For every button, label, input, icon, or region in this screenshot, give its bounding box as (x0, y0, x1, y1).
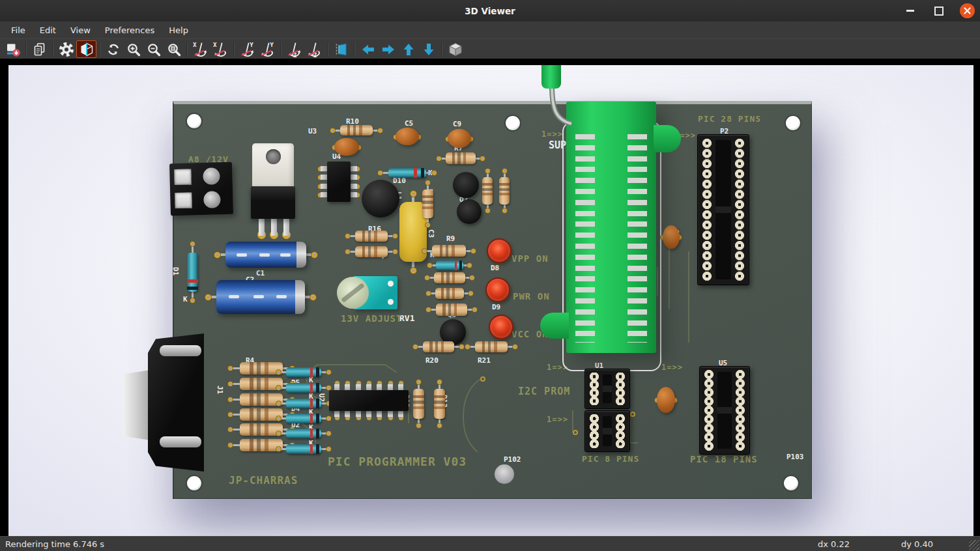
minimize-button[interactable] (902, 3, 918, 19)
band (499, 183, 510, 186)
render-settings-button[interactable] (56, 40, 76, 58)
band (316, 367, 319, 377)
zif-slots-left (575, 134, 595, 343)
diode-body (388, 168, 425, 178)
component-led-37 (489, 315, 513, 339)
component-R12 (413, 382, 424, 426)
band (265, 362, 268, 374)
maximize-button[interactable] (931, 3, 947, 19)
band (452, 272, 455, 283)
component-R10 (332, 125, 381, 135)
viewport-3d[interactable]: U3R10C5C9R7U4D10KP1L1R11C3Q2Q1R18R17R16C… (8, 65, 973, 537)
zif-slots-right (627, 134, 647, 343)
solder-pad (412, 344, 418, 350)
solder-pad (227, 442, 233, 448)
solder-pad (311, 251, 318, 259)
zoom-in-button[interactable] (123, 40, 143, 58)
component-hole-3 (186, 475, 203, 492)
flip-board-button[interactable] (331, 40, 351, 58)
ecap-dash (229, 295, 239, 298)
ecap-dash (276, 295, 287, 298)
component-dio-47 (278, 367, 329, 377)
toolbar-separator (441, 42, 442, 57)
silkscreen-text: D8 (491, 264, 499, 272)
zif-socket (566, 102, 656, 353)
socket-holes (733, 138, 746, 281)
socket-crossbar (603, 386, 612, 392)
zoom-to-fit-button[interactable] (164, 40, 184, 58)
rotate-x-counterclockwise-button[interactable]: X (210, 40, 231, 58)
solder-pad (437, 379, 442, 385)
band (482, 188, 493, 191)
copy-image-button[interactable] (29, 40, 50, 58)
zoom-out-icon (146, 42, 162, 57)
band (422, 195, 433, 198)
resistor-body (434, 272, 465, 283)
rotate-x-clockwise-icon: X (192, 41, 209, 58)
silkscreen-text: VPP ON (512, 254, 549, 263)
move-up-button[interactable] (398, 40, 418, 58)
close-button[interactable] (960, 3, 975, 18)
zif-lever-handle[interactable] (541, 65, 561, 89)
solder-pad (392, 233, 398, 239)
socket-holes (588, 373, 601, 405)
socket-crossbar (717, 407, 732, 414)
band (374, 246, 377, 257)
resize-grip[interactable] (969, 540, 979, 550)
rotate-z-counterclockwise-button[interactable]: Z (304, 40, 324, 58)
rotate-y-counterclockwise-button[interactable]: Y (257, 40, 278, 58)
solder-pad (472, 307, 478, 313)
menu-item-file[interactable]: File (4, 23, 33, 37)
solder-pad (425, 180, 431, 186)
silkscreen-text: I2C PROM (518, 387, 570, 397)
solder-pad (459, 344, 465, 350)
zoom-out-button[interactable] (143, 40, 164, 58)
orthographic-view-button[interactable] (445, 40, 465, 58)
band (257, 439, 261, 451)
render-settings-icon (59, 42, 74, 57)
component-U2 (329, 384, 409, 417)
zif-left-tab (540, 313, 569, 339)
move-right-icon (381, 42, 396, 57)
menu-item-view[interactable]: View (63, 23, 98, 37)
solder-pad (512, 344, 518, 350)
band (434, 401, 445, 403)
rotate-z-counterclockwise-icon: Z (306, 41, 323, 58)
component-U5 (699, 366, 750, 455)
ecap-dash (253, 295, 264, 298)
component-P102 (495, 464, 514, 484)
resistor-body (413, 389, 424, 419)
band (421, 168, 424, 178)
resistor-body (482, 177, 493, 205)
band (316, 383, 319, 393)
menu-item-preferences[interactable]: Preferences (98, 23, 162, 37)
rotate-x-clockwise-button[interactable]: X (190, 40, 210, 58)
solder-pad (227, 397, 233, 403)
component-R20 (415, 341, 462, 352)
svg-text:X: X (213, 41, 217, 48)
menu-item-edit[interactable]: Edit (33, 23, 63, 37)
menu-item-help[interactable]: Help (162, 23, 195, 37)
reload-board-button[interactable] (3, 40, 23, 58)
band (435, 341, 438, 352)
rotate-z-clockwise-button[interactable]: Z (284, 40, 304, 58)
solder-pad (345, 233, 351, 239)
render-realistic-mode-button[interactable] (76, 40, 96, 58)
silkscreen-text: C1 (256, 270, 265, 277)
window-title: 3D Viewer (465, 6, 515, 16)
rotate-y-clockwise-button[interactable]: Y (237, 40, 257, 58)
move-down-button[interactable] (418, 40, 439, 58)
silkscreen-text: 1=>> (661, 363, 683, 371)
band (310, 383, 313, 393)
component-U4 (321, 162, 357, 202)
title-bar[interactable]: 3D Viewer (0, 0, 980, 22)
band (250, 408, 253, 421)
move-left-button[interactable] (358, 40, 378, 58)
move-right-button[interactable] (378, 40, 398, 58)
component-res-32 (427, 272, 472, 283)
solder-pad (425, 222, 431, 228)
close-icon (963, 7, 972, 15)
minimize-icon (906, 10, 914, 12)
refresh-view-button[interactable] (103, 40, 123, 58)
band (187, 287, 198, 290)
